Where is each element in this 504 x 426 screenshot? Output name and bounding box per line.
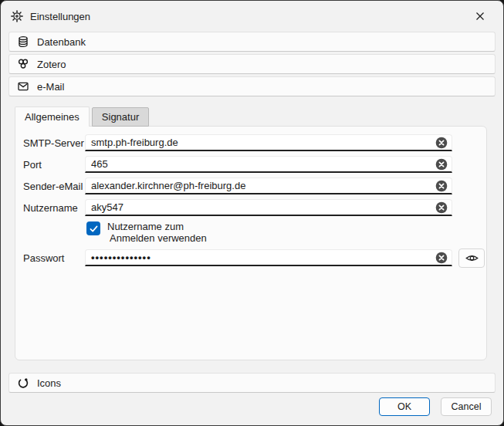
password-label: Passwort <box>23 252 85 264</box>
username-row: Nutzername <box>23 199 486 216</box>
username-login-checkbox-row: Nutzername zum Anmelden verwenden <box>86 221 486 244</box>
username-login-checkbox[interactable] <box>86 221 100 235</box>
tab-signatur[interactable]: Signatur <box>92 107 149 127</box>
settings-dialog: Einstellungen Datenbank <box>0 0 504 426</box>
window-title: Einstellungen <box>30 11 90 22</box>
password-input[interactable] <box>86 250 452 265</box>
mail-icon <box>17 80 29 93</box>
clear-icon[interactable] <box>435 201 448 214</box>
tab-label: Allgemeines <box>25 111 79 123</box>
email-tabstrip: Allgemeines Signatur <box>15 106 503 127</box>
database-icon <box>17 36 29 48</box>
close-icon <box>475 11 485 22</box>
close-button[interactable] <box>467 6 493 26</box>
checkbox-label: Nutzername zum Anmelden verwenden <box>107 221 207 244</box>
username-field-wrap <box>85 199 452 216</box>
section-label: Icons <box>37 377 61 389</box>
sender-input[interactable] <box>86 178 452 193</box>
username-input[interactable] <box>86 200 452 215</box>
dialog-footer: OK Cancel <box>379 397 492 416</box>
checkmark-icon <box>89 224 99 234</box>
zotero-icon <box>17 58 29 70</box>
section-bar-zotero[interactable]: Zotero <box>8 54 496 74</box>
section-bar-datenbank[interactable]: Datenbank <box>8 32 496 52</box>
clear-icon[interactable] <box>435 180 448 192</box>
clear-icon[interactable] <box>435 252 448 264</box>
clear-icon[interactable] <box>435 137 448 149</box>
section-label: Zotero <box>37 59 66 70</box>
port-label: Port <box>23 159 85 171</box>
sender-field-wrap <box>85 178 452 194</box>
section-label: Datenbank <box>37 36 86 48</box>
sender-label: Sender-eMail <box>23 181 85 192</box>
tab-allgemeines[interactable]: Allgemeines <box>15 106 90 127</box>
smtp-row: SMTP-Server <box>23 134 486 151</box>
clear-icon[interactable] <box>435 158 448 171</box>
smtp-label: SMTP-Server <box>23 137 85 149</box>
section-label: e-Mail <box>37 81 64 93</box>
section-bar-icons[interactable]: Icons <box>8 373 496 393</box>
port-input[interactable] <box>86 157 452 171</box>
port-field-wrap <box>85 156 452 173</box>
smtp-field-wrap <box>85 134 452 151</box>
port-row: Port <box>23 156 486 173</box>
reveal-password-button[interactable] <box>458 248 485 268</box>
password-field-wrap <box>85 249 452 266</box>
smtp-input[interactable] <box>86 135 452 150</box>
username-label: Nutzername <box>23 202 85 214</box>
cancel-button[interactable]: Cancel <box>441 397 492 416</box>
sync-icon <box>17 377 29 389</box>
gear-icon <box>11 10 23 22</box>
ok-button[interactable]: OK <box>379 397 430 416</box>
eye-icon <box>465 253 479 263</box>
section-bar-email[interactable]: e-Mail <box>8 76 496 96</box>
tab-label: Signatur <box>102 111 139 123</box>
password-row: Passwort <box>23 249 486 266</box>
sender-row: Sender-eMail <box>23 178 486 194</box>
titlebar: Einstellungen <box>1 1 503 32</box>
email-general-panel: SMTP-Server Port Sender-eMail <box>15 126 487 360</box>
